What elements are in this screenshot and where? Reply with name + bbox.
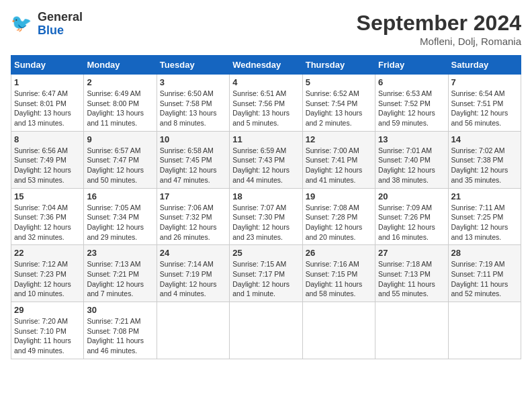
day-number: 23 (87, 248, 153, 258)
calendar-cell: 6Sunrise: 6:53 AMSunset: 7:52 PMDaylight… (375, 75, 448, 132)
day-info: Sunrise: 7:13 AMSunset: 7:21 PMDaylight:… (87, 259, 153, 299)
calendar-cell: 4Sunrise: 6:51 AMSunset: 7:56 PMDaylight… (230, 75, 302, 132)
day-number: 8 (14, 134, 81, 144)
calendar-cell: 9Sunrise: 6:57 AMSunset: 7:47 PMDaylight… (84, 131, 157, 188)
calendar-week-5: 29Sunrise: 7:20 AMSunset: 7:10 PMDayligh… (11, 302, 521, 359)
day-number: 18 (232, 191, 299, 201)
day-number: 4 (232, 77, 299, 87)
calendar-cell: 7Sunrise: 6:54 AMSunset: 7:51 PMDaylight… (448, 75, 521, 132)
day-number: 25 (232, 248, 299, 258)
header-day-wednesday: Wednesday (230, 56, 302, 75)
day-info: Sunrise: 6:57 AMSunset: 7:47 PMDaylight:… (87, 146, 153, 185)
calendar-cell: 29Sunrise: 7:20 AMSunset: 7:10 PMDayligh… (11, 302, 84, 359)
day-number: 21 (451, 191, 518, 201)
calendar-cell: 13Sunrise: 7:01 AMSunset: 7:40 PMDayligh… (375, 131, 448, 188)
calendar-cell: 3Sunrise: 6:50 AMSunset: 7:58 PMDaylight… (157, 75, 229, 132)
logo: 🐦 General Blue (11, 11, 83, 38)
day-info: Sunrise: 7:16 AMSunset: 7:15 PMDaylight:… (306, 259, 372, 299)
logo-blue: Blue (38, 24, 64, 37)
calendar-cell (448, 302, 521, 359)
day-number: 5 (306, 77, 372, 87)
calendar-cell: 10Sunrise: 6:58 AMSunset: 7:45 PMDayligh… (157, 131, 229, 188)
day-number: 13 (378, 134, 445, 144)
calendar-cell: 11Sunrise: 6:59 AMSunset: 7:43 PMDayligh… (230, 131, 302, 188)
day-info: Sunrise: 6:52 AMSunset: 7:54 PMDaylight:… (306, 89, 372, 128)
day-info: Sunrise: 6:49 AMSunset: 8:00 PMDaylight:… (87, 89, 153, 128)
svg-text:🐦: 🐦 (11, 13, 32, 34)
day-info: Sunrise: 6:54 AMSunset: 7:51 PMDaylight:… (451, 89, 518, 128)
day-info: Sunrise: 7:02 AMSunset: 7:38 PMDaylight:… (451, 146, 518, 185)
day-number: 9 (87, 134, 153, 144)
calendar-cell: 1Sunrise: 6:47 AMSunset: 8:01 PMDaylight… (11, 75, 84, 132)
day-number: 15 (14, 191, 81, 201)
day-info: Sunrise: 6:56 AMSunset: 7:49 PMDaylight:… (14, 146, 81, 185)
calendar-week-2: 8Sunrise: 6:56 AMSunset: 7:49 PMDaylight… (11, 131, 521, 188)
day-info: Sunrise: 6:53 AMSunset: 7:52 PMDaylight:… (378, 89, 445, 128)
calendar-cell: 22Sunrise: 7:12 AMSunset: 7:23 PMDayligh… (11, 245, 84, 302)
calendar-cell: 14Sunrise: 7:02 AMSunset: 7:38 PMDayligh… (448, 131, 521, 188)
logo-bird-icon: 🐦 (11, 12, 35, 36)
day-number: 3 (160, 77, 226, 87)
month-year-title: September 2024 (357, 11, 521, 36)
header-day-monday: Monday (84, 56, 157, 75)
day-info: Sunrise: 7:06 AMSunset: 7:32 PMDaylight:… (160, 203, 226, 242)
header-day-tuesday: Tuesday (157, 56, 229, 75)
calendar-cell: 12Sunrise: 7:00 AMSunset: 7:41 PMDayligh… (302, 131, 375, 188)
day-info: Sunrise: 7:09 AMSunset: 7:26 PMDaylight:… (378, 203, 445, 242)
header-day-friday: Friday (375, 56, 448, 75)
day-info: Sunrise: 7:18 AMSunset: 7:13 PMDaylight:… (378, 259, 445, 299)
calendar-cell: 17Sunrise: 7:06 AMSunset: 7:32 PMDayligh… (157, 188, 229, 245)
logo-general: General (38, 10, 83, 24)
day-info: Sunrise: 7:07 AMSunset: 7:30 PMDaylight:… (232, 203, 299, 242)
day-info: Sunrise: 7:14 AMSunset: 7:19 PMDaylight:… (160, 259, 226, 299)
calendar-cell: 23Sunrise: 7:13 AMSunset: 7:21 PMDayligh… (84, 245, 157, 302)
calendar-cell: 26Sunrise: 7:16 AMSunset: 7:15 PMDayligh… (302, 245, 375, 302)
calendar-week-3: 15Sunrise: 7:04 AMSunset: 7:36 PMDayligh… (11, 188, 521, 245)
calendar-cell: 2Sunrise: 6:49 AMSunset: 8:00 PMDaylight… (84, 75, 157, 132)
day-info: Sunrise: 7:00 AMSunset: 7:41 PMDaylight:… (306, 146, 372, 185)
day-info: Sunrise: 7:04 AMSunset: 7:36 PMDaylight:… (14, 203, 81, 242)
day-number: 7 (451, 77, 518, 87)
calendar-cell: 8Sunrise: 6:56 AMSunset: 7:49 PMDaylight… (11, 131, 84, 188)
day-info: Sunrise: 7:08 AMSunset: 7:28 PMDaylight:… (306, 203, 372, 242)
day-info: Sunrise: 6:58 AMSunset: 7:45 PMDaylight:… (160, 146, 226, 185)
calendar-cell: 28Sunrise: 7:19 AMSunset: 7:11 PMDayligh… (448, 245, 521, 302)
day-number: 22 (14, 248, 81, 258)
calendar-cell: 21Sunrise: 7:11 AMSunset: 7:25 PMDayligh… (448, 188, 521, 245)
calendar-cell (157, 302, 229, 359)
day-info: Sunrise: 6:51 AMSunset: 7:56 PMDaylight:… (232, 89, 299, 128)
day-info: Sunrise: 6:50 AMSunset: 7:58 PMDaylight:… (160, 89, 226, 128)
day-info: Sunrise: 7:21 AMSunset: 7:08 PMDaylight:… (87, 316, 153, 356)
day-number: 1 (14, 77, 81, 87)
calendar-cell (230, 302, 302, 359)
day-number: 14 (451, 134, 518, 144)
calendar-cell: 20Sunrise: 7:09 AMSunset: 7:26 PMDayligh… (375, 188, 448, 245)
day-number: 30 (87, 305, 153, 315)
calendar-cell (375, 302, 448, 359)
day-number: 24 (160, 248, 226, 258)
day-number: 10 (160, 134, 226, 144)
day-info: Sunrise: 6:59 AMSunset: 7:43 PMDaylight:… (232, 146, 299, 185)
day-number: 28 (451, 248, 518, 258)
location-subtitle: Mofleni, Dolj, Romania (357, 36, 521, 47)
day-number: 20 (378, 191, 445, 201)
day-number: 11 (232, 134, 299, 144)
calendar-week-4: 22Sunrise: 7:12 AMSunset: 7:23 PMDayligh… (11, 245, 521, 302)
calendar-cell: 25Sunrise: 7:15 AMSunset: 7:17 PMDayligh… (230, 245, 302, 302)
day-number: 16 (87, 191, 153, 201)
calendar-cell: 15Sunrise: 7:04 AMSunset: 7:36 PMDayligh… (11, 188, 84, 245)
calendar-cell: 18Sunrise: 7:07 AMSunset: 7:30 PMDayligh… (230, 188, 302, 245)
title-block: September 2024 Mofleni, Dolj, Romania (357, 11, 521, 47)
logo-text: General Blue (38, 11, 83, 38)
header-day-saturday: Saturday (448, 56, 521, 75)
day-info: Sunrise: 7:01 AMSunset: 7:40 PMDaylight:… (378, 146, 445, 185)
header-day-sunday: Sunday (11, 56, 84, 75)
day-number: 12 (306, 134, 372, 144)
calendar-cell: 30Sunrise: 7:21 AMSunset: 7:08 PMDayligh… (84, 302, 157, 359)
day-number: 27 (378, 248, 445, 258)
calendar-cell (302, 302, 375, 359)
day-number: 19 (306, 191, 372, 201)
page-header: 🐦 General Blue September 2024 Mofleni, D… (11, 11, 521, 47)
day-info: Sunrise: 7:15 AMSunset: 7:17 PMDaylight:… (232, 259, 299, 299)
day-info: Sunrise: 7:05 AMSunset: 7:34 PMDaylight:… (87, 203, 153, 242)
